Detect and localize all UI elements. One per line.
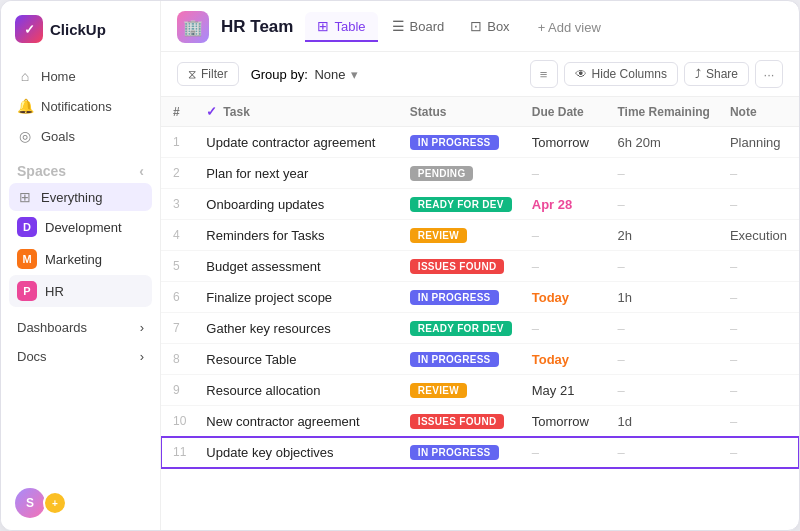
table-row[interactable]: 3Onboarding updatesREADY FOR DEVApr 28–– xyxy=(161,189,799,220)
sidebar-item-home-label: Home xyxy=(41,69,76,84)
col-number: # xyxy=(161,97,196,127)
row-task-name[interactable]: Gather key resources xyxy=(196,313,399,344)
row-due-date: Today xyxy=(522,344,608,375)
sidebar-item-marketing[interactable]: M Marketing xyxy=(9,243,152,275)
main-content: 🏢 HR Team ⊞ Table ☰ Board ⊡ Box xyxy=(161,1,799,530)
goals-icon: ◎ xyxy=(17,128,33,144)
row-time-remaining: – xyxy=(607,189,719,220)
main-header: 🏢 HR Team ⊞ Table ☰ Board ⊡ Box xyxy=(161,1,799,52)
marketing-dot: M xyxy=(17,249,37,269)
more-button[interactable]: ··· xyxy=(755,60,783,88)
dashboards-chevron: › xyxy=(140,320,144,335)
sidebar-item-docs[interactable]: Docs › xyxy=(9,342,152,371)
row-status[interactable]: IN PROGRESS xyxy=(400,437,522,468)
sidebar-item-dashboards[interactable]: Dashboards › xyxy=(9,313,152,342)
table-row[interactable]: 2Plan for next yearPENDING––– xyxy=(161,158,799,189)
row-number: 4 xyxy=(161,220,196,251)
row-task-name[interactable]: Plan for next year xyxy=(196,158,399,189)
row-due-date: – xyxy=(522,251,608,282)
tab-board[interactable]: ☰ Board xyxy=(380,12,457,42)
status-badge: IN PROGRESS xyxy=(410,352,499,367)
table-row[interactable]: 9Resource allocationREVIEWMay 21–– xyxy=(161,375,799,406)
row-status[interactable]: PENDING xyxy=(400,158,522,189)
row-status[interactable]: IN PROGRESS xyxy=(400,282,522,313)
hide-columns-label: Hide Columns xyxy=(592,67,667,81)
more-icon: ··· xyxy=(764,67,775,82)
row-status[interactable]: ISSUES FOUND xyxy=(400,251,522,282)
row-time-remaining: 6h 20m xyxy=(607,127,719,158)
row-due-date: Apr 28 xyxy=(522,189,608,220)
sidebar-item-notifications[interactable]: 🔔 Notifications xyxy=(9,91,152,121)
row-number: 3 xyxy=(161,189,196,220)
spaces-list: ⊞ Everything D Development M Marketing P… xyxy=(1,183,160,307)
table-row[interactable]: 8Resource TableIN PROGRESSToday–– xyxy=(161,344,799,375)
row-number: 6 xyxy=(161,282,196,313)
tab-box[interactable]: ⊡ Box xyxy=(458,12,521,42)
groupby-chevron: ▾ xyxy=(351,67,358,82)
table-row[interactable]: 11Update key objectivesIN PROGRESS––– xyxy=(161,437,799,468)
table-row[interactable]: 4Reminders for TasksREVIEW–2hExecution xyxy=(161,220,799,251)
row-task-name[interactable]: New contractor agreement xyxy=(196,406,399,437)
row-task-name[interactable]: Resource allocation xyxy=(196,375,399,406)
tab-table[interactable]: ⊞ Table xyxy=(305,12,377,42)
row-note: Planning xyxy=(720,127,799,158)
logo: ✓ ClickUp xyxy=(1,15,160,61)
table-row[interactable]: 7Gather key resourcesREADY FOR DEV––– xyxy=(161,313,799,344)
row-task-name[interactable]: Finalize project scope xyxy=(196,282,399,313)
sidebar: ✓ ClickUp ⌂ Home 🔔 Notifications ◎ Goals… xyxy=(1,1,161,530)
hide-columns-button[interactable]: 👁 Hide Columns xyxy=(564,62,678,86)
table-row[interactable]: 5Budget assessmentISSUES FOUND––– xyxy=(161,251,799,282)
add-view-button[interactable]: + Add view xyxy=(528,14,611,41)
row-time-remaining: – xyxy=(607,158,719,189)
col-task: ✓ Task xyxy=(196,97,399,127)
table-tab-icon: ⊞ xyxy=(317,18,329,34)
eye-icon: 👁 xyxy=(575,67,587,81)
table-row[interactable]: 6Finalize project scopeIN PROGRESSToday1… xyxy=(161,282,799,313)
table-container: # ✓ Task Status Due Date Time Remaining … xyxy=(161,97,799,530)
spaces-section: Spaces ‹ xyxy=(1,151,160,183)
row-time-remaining: – xyxy=(607,251,719,282)
toolbar-right: ≡ 👁 Hide Columns ⤴ Share ··· xyxy=(530,60,783,88)
row-task-name[interactable]: Update contractor agreement xyxy=(196,127,399,158)
share-button[interactable]: ⤴ Share xyxy=(684,62,749,86)
table-row[interactable]: 1Update contractor agreementIN PROGRESST… xyxy=(161,127,799,158)
sidebar-item-goals[interactable]: ◎ Goals xyxy=(9,121,152,151)
row-number: 1 xyxy=(161,127,196,158)
table-row[interactable]: 10New contractor agreementISSUES FOUNDTo… xyxy=(161,406,799,437)
row-status[interactable]: ISSUES FOUND xyxy=(400,406,522,437)
row-status[interactable]: IN PROGRESS xyxy=(400,344,522,375)
status-badge: ISSUES FOUND xyxy=(410,414,505,429)
sort-button[interactable]: ≡ xyxy=(530,60,558,88)
row-note: Execution xyxy=(720,220,799,251)
avatar[interactable]: S xyxy=(15,488,45,518)
development-dot: D xyxy=(17,217,37,237)
row-task-name[interactable]: Update key objectives xyxy=(196,437,399,468)
row-task-name[interactable]: Resource Table xyxy=(196,344,399,375)
page-icon: 🏢 xyxy=(177,11,209,43)
sidebar-item-everything-label: Everything xyxy=(41,190,102,205)
row-number: 9 xyxy=(161,375,196,406)
row-task-name[interactable]: Budget assessment xyxy=(196,251,399,282)
avatar-secondary[interactable]: + xyxy=(43,491,67,515)
sidebar-item-home[interactable]: ⌂ Home xyxy=(9,61,152,91)
sidebar-bottom: Dashboards › Docs › xyxy=(1,313,160,371)
row-due-date: – xyxy=(522,313,608,344)
row-due-date: Tomorrow xyxy=(522,127,608,158)
filter-button[interactable]: ⧖ Filter xyxy=(177,62,239,86)
row-due-date: – xyxy=(522,158,608,189)
row-task-name[interactable]: Reminders for Tasks xyxy=(196,220,399,251)
row-status[interactable]: REVIEW xyxy=(400,220,522,251)
spaces-chevron[interactable]: ‹ xyxy=(139,163,144,179)
sidebar-item-development[interactable]: D Development xyxy=(9,211,152,243)
share-icon: ⤴ xyxy=(695,67,701,81)
sidebar-item-everything[interactable]: ⊞ Everything xyxy=(9,183,152,211)
row-task-name[interactable]: Onboarding updates xyxy=(196,189,399,220)
docs-chevron: › xyxy=(140,349,144,364)
col-status: Status xyxy=(400,97,522,127)
row-due-date: – xyxy=(522,437,608,468)
row-status[interactable]: READY FOR DEV xyxy=(400,313,522,344)
row-status[interactable]: REVIEW xyxy=(400,375,522,406)
row-status[interactable]: READY FOR DEV xyxy=(400,189,522,220)
row-status[interactable]: IN PROGRESS xyxy=(400,127,522,158)
sidebar-item-hr[interactable]: P HR xyxy=(9,275,152,307)
